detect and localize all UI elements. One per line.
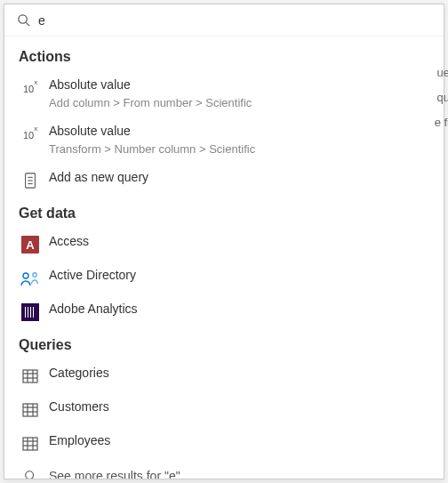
getdata-active-directory[interactable]: Active Directory: [19, 261, 444, 294]
section-title-getdata: Get data: [19, 197, 444, 227]
see-more-results[interactable]: See more results for "e": [19, 460, 444, 479]
document-icon: [19, 170, 42, 191]
item-title: Add as new query: [49, 168, 148, 186]
table-icon: [19, 433, 42, 455]
svg-point-7: [33, 273, 36, 277]
background-text: e fi: [435, 116, 448, 129]
item-title: Absolute value: [49, 76, 436, 93]
ten-power-icon: 10x: [19, 124, 42, 145]
item-title: Adobe Analytics: [49, 300, 138, 318]
search-icon: [19, 470, 42, 479]
background-text: ue: [437, 66, 448, 79]
item-title: Absolute value: [49, 122, 436, 140]
item-breadcrumb: Transform > Number column > Scientific: [49, 141, 436, 157]
access-icon: A: [19, 234, 42, 255]
search-input[interactable]: [31, 13, 433, 28]
action-absolute-value-transform[interactable]: 10x Absolute value Transform > Number co…: [19, 117, 444, 163]
action-add-as-new-query[interactable]: Add as new query: [19, 163, 444, 197]
table-icon: [19, 399, 42, 421]
query-employees[interactable]: Employees: [19, 426, 444, 460]
query-customers[interactable]: Customers: [19, 392, 444, 426]
svg-rect-13: [23, 404, 37, 416]
item-title: Customers: [49, 398, 109, 415]
ten-power-icon: 10x: [19, 77, 42, 99]
search-results-panel: Actions 10x Absolute value Add column > …: [4, 4, 444, 479]
svg-point-6: [23, 273, 28, 278]
item-breadcrumb: Add column > From number > Scientific: [49, 95, 436, 111]
action-absolute-value-addcolumn[interactable]: 10x Absolute value Add column > From num…: [19, 70, 444, 117]
results-content: Actions 10x Absolute value Add column > …: [4, 36, 444, 479]
item-title: Access: [49, 232, 89, 250]
search-icon: [15, 13, 31, 27]
svg-point-0: [18, 15, 26, 23]
active-directory-icon: [19, 268, 42, 289]
item-title: Categories: [49, 364, 109, 382]
svg-rect-8: [23, 370, 37, 382]
see-more-label: See more results for "e": [42, 469, 180, 479]
item-title: Employees: [49, 431, 110, 449]
section-title-queries: Queries: [19, 328, 444, 358]
adobe-analytics-icon: [19, 302, 42, 323]
svg-line-1: [26, 22, 29, 26]
item-title: Active Directory: [49, 266, 136, 284]
table-icon: [19, 366, 42, 387]
svg-point-23: [26, 471, 34, 479]
section-title-actions: Actions: [19, 40, 444, 70]
svg-rect-18: [23, 438, 37, 450]
search-row: [4, 4, 444, 36]
query-categories[interactable]: Categories: [19, 358, 444, 392]
background-text: qu: [437, 91, 448, 104]
getdata-adobe-analytics[interactable]: Adobe Analytics: [19, 294, 444, 328]
getdata-access[interactable]: A Access: [19, 227, 444, 261]
